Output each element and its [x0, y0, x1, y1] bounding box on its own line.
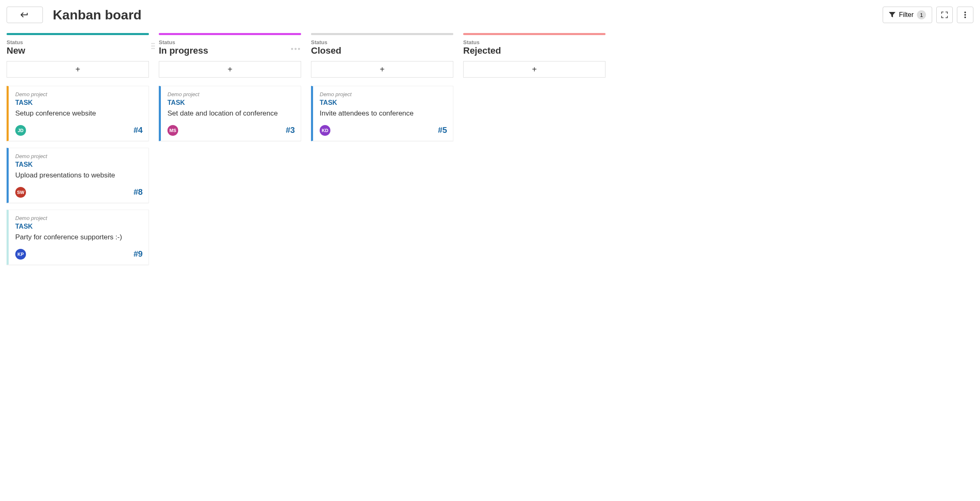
kanban-card[interactable]: Demo projectTASKSetup conference website…	[7, 86, 149, 141]
column-title: In progress	[159, 45, 301, 56]
card-id[interactable]: #9	[134, 249, 143, 259]
header-right: Filter 1	[883, 7, 973, 23]
card-project: Demo project	[15, 215, 143, 221]
card-type[interactable]: TASK	[15, 223, 143, 230]
card-footer: KD#5	[320, 125, 447, 136]
column-header: •••••••••StatusIn progress	[159, 39, 301, 56]
column-color-bar	[159, 33, 301, 35]
card-title: Upload presentations to website	[15, 171, 143, 180]
expand-icon	[941, 12, 948, 18]
column-title: Rejected	[463, 45, 605, 56]
column: •••••••••StatusIn progress+Demo projectT…	[159, 33, 301, 148]
column-header: StatusClosed	[311, 39, 453, 56]
plus-icon: +	[532, 65, 537, 74]
kanban-card[interactable]: Demo projectTASKSet date and location of…	[159, 86, 301, 141]
card-title: Invite attendees to conference	[320, 109, 447, 118]
card-title: Setup conference website	[15, 109, 143, 118]
filter-button[interactable]: Filter 1	[883, 7, 932, 23]
column-title: New	[7, 45, 149, 56]
column: StatusClosed+Demo projectTASKInvite atte…	[311, 33, 453, 148]
add-card-button[interactable]: +	[311, 61, 453, 78]
add-card-button[interactable]: +	[7, 61, 149, 78]
card-project: Demo project	[167, 91, 295, 97]
add-card-button[interactable]: +	[159, 61, 301, 78]
svg-point-0	[964, 12, 966, 13]
column-color-bar	[7, 33, 149, 35]
card-id[interactable]: #5	[438, 125, 447, 135]
kanban-board: StatusNew+Demo projectTASKSetup conferen…	[7, 33, 973, 272]
avatar[interactable]: SW	[15, 187, 26, 198]
card-title: Party for conference supporters :-)	[15, 233, 143, 242]
kanban-card[interactable]: Demo projectTASKParty for conference sup…	[7, 210, 149, 265]
column-header: StatusRejected	[463, 39, 605, 56]
svg-point-1	[964, 14, 966, 16]
column-label: Status	[311, 39, 453, 45]
kanban-card[interactable]: Demo projectTASKInvite attendees to conf…	[311, 86, 453, 141]
card-id[interactable]: #8	[134, 187, 143, 197]
page-title: Kanban board	[53, 7, 141, 23]
column: StatusRejected+	[463, 33, 605, 86]
back-button[interactable]	[7, 7, 43, 23]
card-type[interactable]: TASK	[320, 99, 447, 106]
card-title: Set date and location of conference	[167, 109, 295, 118]
drag-handle-icon[interactable]: ••••••	[151, 43, 155, 50]
column-label: Status	[7, 39, 149, 45]
svg-point-2	[964, 17, 966, 18]
card-type[interactable]: TASK	[15, 99, 143, 106]
filter-label: Filter	[899, 11, 914, 19]
filter-count-badge: 1	[917, 10, 926, 19]
avatar[interactable]: KP	[15, 249, 26, 260]
card-footer: SW#8	[15, 187, 143, 198]
card-project: Demo project	[15, 153, 143, 159]
card-id[interactable]: #3	[286, 125, 295, 135]
card-project: Demo project	[320, 91, 447, 97]
card-id[interactable]: #4	[134, 125, 143, 135]
back-arrow-icon	[20, 12, 30, 18]
card-project: Demo project	[15, 91, 143, 97]
column-label: Status	[159, 39, 301, 45]
fullscreen-button[interactable]	[936, 7, 953, 23]
column-menu-button[interactable]: •••	[291, 45, 301, 54]
column: StatusNew+Demo projectTASKSetup conferen…	[7, 33, 149, 272]
avatar[interactable]: KD	[320, 125, 330, 136]
card-type[interactable]: TASK	[15, 161, 143, 168]
card-footer: MS#3	[167, 125, 295, 136]
plus-icon: +	[75, 65, 80, 74]
column-header: StatusNew	[7, 39, 149, 56]
plus-icon: +	[380, 65, 385, 74]
card-footer: KP#9	[15, 249, 143, 260]
kebab-icon	[964, 12, 966, 18]
page-header: Kanban board Filter 1	[7, 7, 973, 23]
avatar[interactable]: MS	[167, 125, 178, 136]
column-label: Status	[463, 39, 605, 45]
add-card-button[interactable]: +	[463, 61, 605, 78]
column-color-bar	[311, 33, 453, 35]
column-title: Closed	[311, 45, 453, 56]
header-left: Kanban board	[7, 7, 141, 23]
avatar[interactable]: JD	[15, 125, 26, 136]
plus-icon: +	[228, 65, 233, 74]
card-type[interactable]: TASK	[167, 99, 295, 106]
kanban-card[interactable]: Demo projectTASKUpload presentations to …	[7, 148, 149, 203]
more-menu-button[interactable]	[957, 7, 973, 23]
filter-icon	[889, 12, 895, 18]
column-color-bar	[463, 33, 605, 35]
card-footer: JD#4	[15, 125, 143, 136]
